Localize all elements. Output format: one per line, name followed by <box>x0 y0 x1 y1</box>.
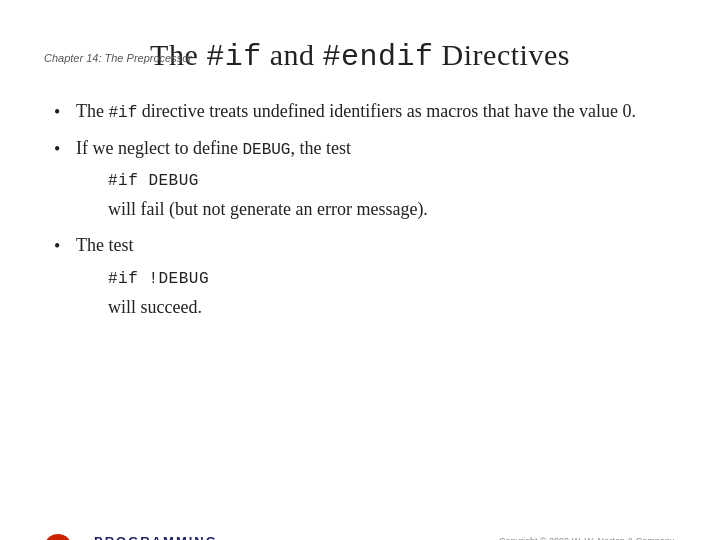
bullet2-before: If we neglect to define <box>76 138 242 158</box>
code-block-2: #if !DEBUG <box>108 270 666 288</box>
result-text-2: will succeed. <box>108 294 666 320</box>
bullet1-before: The <box>76 101 108 121</box>
result-text-1: will fail (but not generate an error mes… <box>108 196 666 222</box>
copyright-line1: Copyright © 2008 W. W. Norton & Company. <box>499 536 676 540</box>
title-code1: #if <box>206 40 262 74</box>
bullet-dot-1: • <box>54 98 76 125</box>
bullet-dot-2: • <box>54 135 76 162</box>
title-part2: and <box>262 38 323 71</box>
bullet-3: • The test <box>54 232 666 259</box>
bullet-1: • The #if directive treats undefined ide… <box>54 98 666 125</box>
code-block-1: #if DEBUG <box>108 172 666 190</box>
bullet1-code: #if <box>108 104 137 122</box>
bullet2-after: , the test <box>290 138 351 158</box>
content-area: • The #if directive treats undefined ide… <box>0 98 720 320</box>
title-code2: #endif <box>323 40 434 74</box>
slide: Chapter 14: The Preprocessor The #if and… <box>0 38 720 540</box>
title-part3: Directives <box>434 38 570 71</box>
bullet-text-1: The #if directive treats undefined ident… <box>76 98 666 125</box>
logo: C PROGRAMMING A Modern Approach <box>44 534 218 540</box>
logo-c-circle: C <box>44 534 72 540</box>
bullet-2: • If we neglect to define DEBUG, the tes… <box>54 135 666 162</box>
bullet-text-3: The test <box>76 232 666 258</box>
bullet-text-2: If we neglect to define DEBUG, the test <box>76 135 666 162</box>
logo-programming: PROGRAMMING <box>94 534 218 541</box>
bullet2-code: DEBUG <box>242 141 290 159</box>
chapter-label: Chapter 14: The Preprocessor <box>44 52 192 64</box>
bullet1-after: directive treats undefined identifiers a… <box>137 101 636 121</box>
copyright: Copyright © 2008 W. W. Norton & Company.… <box>499 535 676 540</box>
footer: C PROGRAMMING A Modern Approach 75 Copyr… <box>0 534 720 540</box>
bullet-dot-3: • <box>54 232 76 259</box>
